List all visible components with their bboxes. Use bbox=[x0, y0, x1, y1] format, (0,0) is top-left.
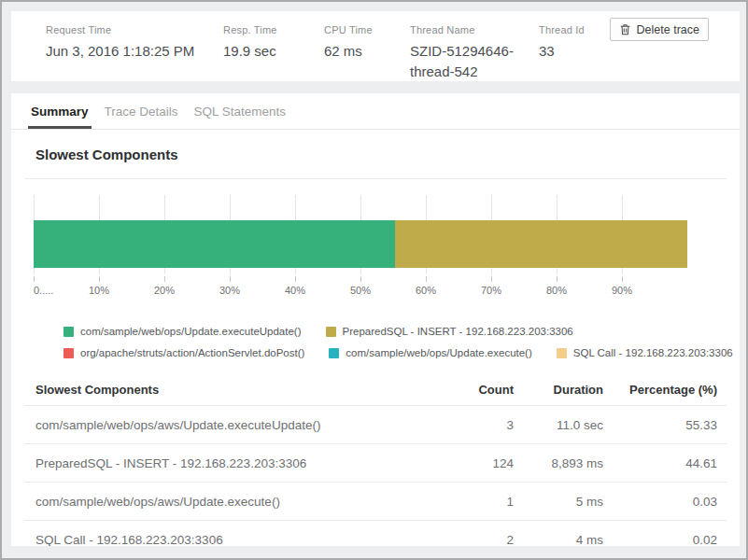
field-label: Thread Name bbox=[410, 24, 539, 35]
axis-tick bbox=[99, 276, 100, 282]
axis-tick-label: 80% bbox=[546, 285, 567, 296]
cell-percentage: 44.61 bbox=[603, 456, 727, 470]
cell-percentage: 0.02 bbox=[603, 533, 727, 547]
axis-tick-label: 40% bbox=[285, 285, 305, 296]
field-label: Request Time bbox=[46, 24, 223, 35]
cell-duration: 4 ms bbox=[514, 533, 603, 547]
legend-item[interactable]: org/apache/struts/action/ActionServlet.d… bbox=[64, 347, 304, 358]
header-field-4: Thread NameSZID-51294646-thread-542 bbox=[410, 24, 539, 81]
legend-swatch bbox=[329, 348, 339, 358]
bar-segment-1 bbox=[34, 220, 395, 268]
field-label: Resp. Time bbox=[223, 24, 324, 35]
legend-swatch bbox=[557, 348, 567, 358]
field-value: 19.9 sec bbox=[223, 41, 324, 62]
axis-tick-label: 50% bbox=[350, 285, 371, 296]
field-label: CPU Time bbox=[324, 24, 410, 35]
trace-summary-page: { "header": { "fields": [ { "label": "Re… bbox=[0, 0, 748, 560]
legend-row: org/apache/struts/action/ActionServlet.d… bbox=[64, 347, 727, 358]
legend-label: org/apache/struts/action/ActionServlet.d… bbox=[80, 347, 304, 358]
column-header-pct: Percentage (%) bbox=[603, 383, 727, 397]
cell-component: PreparedSQL - INSERT - 192.168.223.203:3… bbox=[24, 456, 430, 470]
field-label: Thread Id bbox=[539, 24, 585, 35]
axis-tick bbox=[295, 276, 296, 282]
slowest-components-table: Slowest ComponentsCountDurationPercentag… bbox=[24, 373, 727, 546]
axis-tick bbox=[164, 276, 165, 282]
column-header-dur: Duration bbox=[514, 383, 603, 397]
axis-tick-label: 10% bbox=[89, 285, 109, 296]
header-fields: Request TimeJun 3, 2016 1:18:25 PMResp. … bbox=[46, 24, 585, 81]
column-header-count: Count bbox=[430, 383, 514, 397]
legend-item[interactable]: SQL Call - 192.168.223.203:3306 bbox=[557, 347, 733, 358]
axis-tick-label: 0..... bbox=[34, 285, 53, 296]
legend-row: com/sample/web/ops/Update.executeUpdate(… bbox=[64, 326, 727, 337]
field-value: Jun 3, 2016 1:18:25 PM bbox=[46, 41, 223, 62]
header-field-3: CPU Time62 ms bbox=[324, 24, 410, 81]
field-value: 62 ms bbox=[324, 41, 410, 62]
legend-label: com/sample/web/ops/Update.execute() bbox=[346, 347, 531, 358]
field-value: SZID-51294646-thread-542 bbox=[410, 41, 539, 82]
table-row: com/sample/web/ops/aws/Update.execute()1… bbox=[24, 482, 727, 520]
cell-component: com/sample/web/ops/aws/Update.execute() bbox=[24, 495, 430, 509]
section-separator bbox=[24, 178, 727, 179]
axis-tick bbox=[34, 276, 35, 282]
cell-count: 3 bbox=[430, 418, 514, 432]
cell-duration: 11.0 sec bbox=[514, 418, 603, 432]
cell-duration: 5 ms bbox=[514, 495, 603, 509]
axis-tick-label: 30% bbox=[219, 285, 240, 296]
legend-swatch bbox=[326, 327, 336, 337]
slowest-components-chart: 0.....10%20%30%40%50%60%70%80%90% bbox=[34, 195, 687, 300]
table-row: com/sample/web/ops/aws/Update.executeUpd… bbox=[24, 405, 727, 443]
trace-header-card: Request TimeJun 3, 2016 1:18:25 PMResp. … bbox=[11, 11, 740, 81]
field-value: 33 bbox=[539, 41, 585, 62]
legend-swatch bbox=[64, 348, 74, 358]
stacked-percentage-bar bbox=[34, 220, 687, 268]
column-header-name: Slowest Components bbox=[24, 383, 430, 397]
legend-label: SQL Call - 192.168.223.203:3306 bbox=[573, 347, 733, 358]
axis-tick bbox=[491, 276, 492, 282]
table-row: SQL Call - 192.168.223.203:330624 ms0.02 bbox=[24, 520, 727, 546]
tab-bar: SummaryTrace DetailsSQL Statements bbox=[11, 93, 740, 130]
axis-tick bbox=[230, 276, 231, 282]
cell-count: 1 bbox=[430, 495, 514, 509]
tab-trace-details[interactable]: Trace Details bbox=[102, 93, 181, 129]
cell-component: SQL Call - 192.168.223.203:3306 bbox=[24, 533, 430, 547]
axis-tick-label: 70% bbox=[481, 285, 501, 296]
legend-swatch bbox=[64, 327, 74, 337]
legend-label: PreparedSQL - INSERT - 192.168.223.203:3… bbox=[343, 326, 573, 337]
cell-count: 2 bbox=[430, 533, 514, 547]
legend-item[interactable]: com/sample/web/ops/Update.execute() bbox=[329, 347, 531, 358]
cell-percentage: 55.33 bbox=[603, 418, 727, 432]
header-field-2: Resp. Time19.9 sec bbox=[223, 24, 324, 81]
cell-percentage: 0.03 bbox=[603, 495, 727, 509]
delete-trace-button[interactable]: Delete trace bbox=[610, 18, 709, 41]
axis-tick bbox=[360, 276, 361, 282]
axis-tick-label: 90% bbox=[612, 285, 632, 296]
section-title: Slowest Components bbox=[35, 147, 178, 162]
table-row: PreparedSQL - INSERT - 192.168.223.203:3… bbox=[24, 443, 727, 482]
legend-item[interactable]: PreparedSQL - INSERT - 192.168.223.203:3… bbox=[326, 326, 573, 337]
trash-icon bbox=[619, 23, 631, 35]
bar-segment-2 bbox=[395, 220, 686, 268]
axis-tick bbox=[557, 276, 557, 282]
tab-summary[interactable]: Summary bbox=[28, 93, 92, 129]
cell-duration: 8,893 ms bbox=[514, 456, 603, 470]
axis-tick-label: 20% bbox=[154, 285, 175, 296]
trace-detail-panel: SummaryTrace DetailsSQL Statements Slowe… bbox=[11, 93, 740, 546]
header-field-1: Request TimeJun 3, 2016 1:18:25 PM bbox=[46, 24, 223, 81]
tab-sql-statements[interactable]: SQL Statements bbox=[191, 93, 289, 129]
legend-item[interactable]: com/sample/web/ops/Update.executeUpdate(… bbox=[64, 326, 302, 337]
chart-legend: com/sample/web/ops/Update.executeUpdate(… bbox=[64, 326, 727, 369]
legend-label: com/sample/web/ops/Update.executeUpdate(… bbox=[80, 326, 302, 337]
delete-trace-label: Delete trace bbox=[637, 23, 699, 36]
cell-count: 124 bbox=[430, 456, 514, 470]
table-header-row: Slowest ComponentsCountDurationPercentag… bbox=[24, 373, 727, 405]
axis-tick bbox=[426, 276, 427, 282]
axis-tick bbox=[622, 276, 623, 282]
header-field-5: Thread Id33 bbox=[539, 24, 585, 81]
cell-component: com/sample/web/ops/aws/Update.executeUpd… bbox=[24, 418, 430, 432]
axis-tick-label: 60% bbox=[416, 285, 436, 296]
